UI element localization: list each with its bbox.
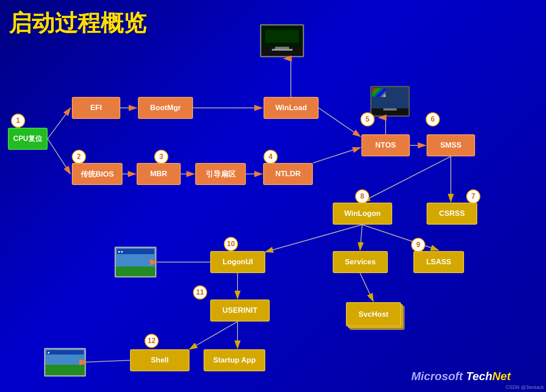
csdn-watermark: CSDN @3testack	[506, 385, 544, 390]
bios-box: 传统BIOS	[72, 163, 123, 185]
step-5: 5	[360, 112, 375, 126]
smss-box: SMSS	[427, 134, 475, 156]
technet-net: Net	[492, 370, 511, 383]
step-8: 8	[355, 189, 369, 203]
svg-line-27	[360, 273, 373, 301]
ntldr-box: NTLDR	[263, 163, 313, 185]
startup-box: Startup App	[204, 349, 265, 371]
step-3: 3	[154, 150, 168, 164]
technet-microsoft: Microsoft	[411, 370, 463, 383]
svg-line-18	[362, 156, 451, 202]
svg-line-6	[48, 139, 71, 174]
svg-line-19	[265, 225, 362, 252]
step-7: 7	[466, 189, 480, 203]
svg-line-26	[87, 360, 130, 362]
winload-box: WinLoad	[264, 97, 319, 119]
flow-arrows	[0, 0, 546, 392]
windows-monitor	[370, 86, 410, 117]
ntos-box: NTOS	[361, 134, 410, 156]
svg-line-5	[48, 108, 71, 139]
step-1: 1	[11, 114, 25, 128]
csrss-box: CSRSS	[427, 203, 477, 225]
bootmgr-box: BootMgr	[138, 97, 193, 119]
svg-line-14	[319, 108, 360, 137]
step-6: 6	[426, 112, 440, 126]
svg-line-24	[189, 322, 238, 349]
technet-logo: Microsoft TechNet	[411, 370, 511, 383]
svg-line-20	[360, 225, 362, 250]
step-10: 10	[224, 237, 238, 251]
logonui-box: LogonUI	[210, 251, 265, 273]
boot-sector-box: 引导扇区	[195, 163, 246, 185]
svg-line-13	[313, 148, 360, 163]
shell-box: Shell	[130, 349, 189, 371]
step-11: 11	[193, 285, 207, 300]
cpu-box: CPU复位	[8, 128, 48, 150]
svchost-box: SvcHost	[346, 302, 401, 326]
svg-line-21	[362, 225, 438, 250]
step-9: 9	[411, 238, 425, 252]
logon-desktop-thumb: ■ ■	[115, 247, 156, 277]
step-2: 2	[72, 150, 86, 164]
terminal-monitor	[260, 24, 304, 57]
step-12: 12	[145, 334, 159, 348]
page-title: 启动过程概览	[9, 8, 146, 39]
services-box: Services	[333, 251, 388, 273]
efi-box: EFI	[72, 97, 120, 119]
winlogon-box: WinLogon	[333, 203, 392, 225]
step-4: 4	[264, 150, 278, 164]
technet-tech: Tech	[466, 370, 492, 383]
mbr-box: MBR	[137, 163, 181, 185]
shell-desktop-thumb: ■	[44, 348, 86, 377]
userinit-box: USERINIT	[210, 300, 270, 322]
lsass-box: LSASS	[413, 251, 464, 273]
